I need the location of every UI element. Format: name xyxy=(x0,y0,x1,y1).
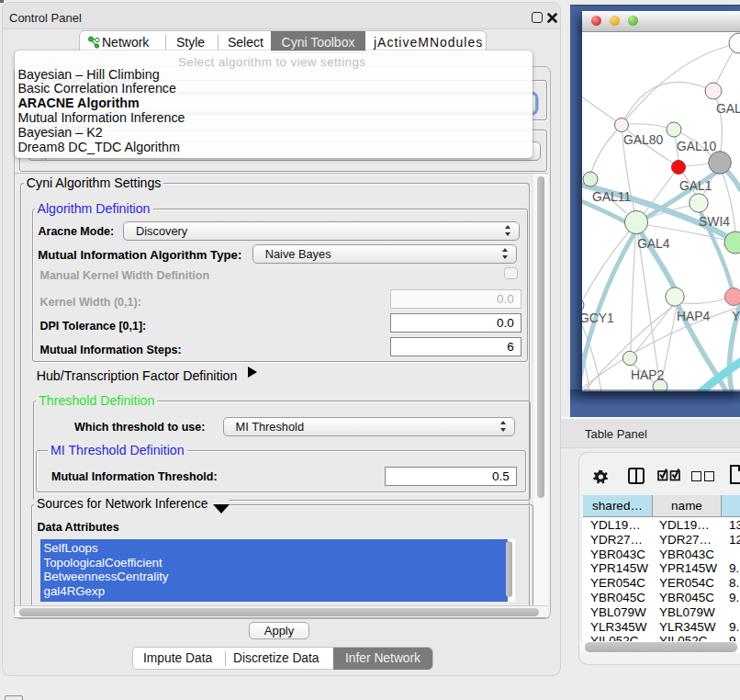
svg-text:HAP2: HAP2 xyxy=(631,367,665,382)
svg-text:GAL80: GAL80 xyxy=(623,132,664,147)
svg-text:HAP4: HAP4 xyxy=(677,309,711,323)
svg-text:SWI4: SWI4 xyxy=(699,214,730,229)
svg-text:GAL1: GAL1 xyxy=(679,178,712,193)
svg-text:GAL10: GAL10 xyxy=(677,139,717,153)
svg-text:Y: Y xyxy=(732,309,740,323)
svg-text:GCY1: GCY1 xyxy=(582,310,614,325)
svg-text:GAL4: GAL4 xyxy=(637,236,670,251)
svg-text:GAL11: GAL11 xyxy=(592,189,631,204)
svg-text:GAL7: GAL7 xyxy=(716,101,740,116)
